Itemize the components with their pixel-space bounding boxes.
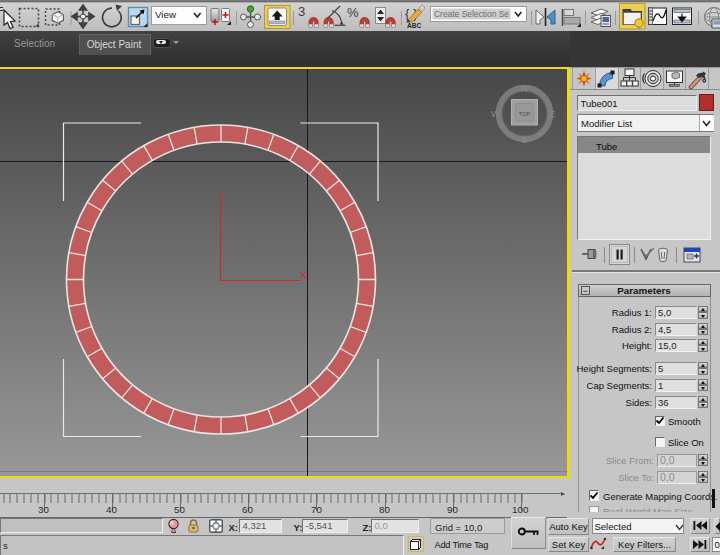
svg-text:%: % — [347, 5, 359, 20]
svg-text:N: N — [521, 83, 528, 94]
svg-text:View: View — [155, 9, 177, 20]
svg-text:E: E — [549, 108, 555, 119]
svg-text:Create Selection Se: Create Selection Se — [434, 9, 509, 19]
svg-text:Y: Y — [218, 189, 224, 199]
svg-text:TOP: TOP — [518, 111, 530, 117]
svg-text:S: S — [521, 134, 527, 145]
svg-text:3: 3 — [298, 4, 305, 19]
svg-text:W: W — [491, 108, 500, 119]
svg-text:X: X — [300, 270, 306, 280]
svg-text:ABC: ABC — [407, 22, 421, 29]
